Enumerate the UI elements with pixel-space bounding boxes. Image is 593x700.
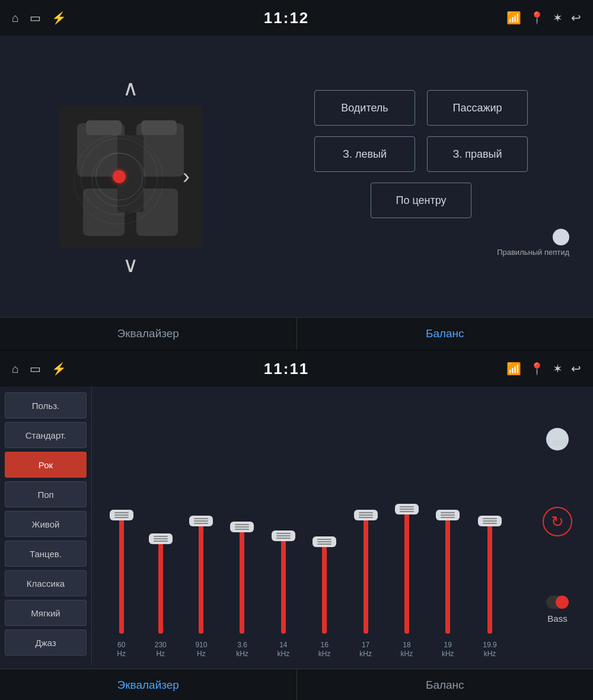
clock-top: 11:12 bbox=[264, 9, 310, 27]
preset-classic[interactable]: Классика bbox=[5, 570, 87, 596]
slider-wrapper-7[interactable] bbox=[404, 481, 409, 634]
bottom-btn-row: По центру bbox=[371, 183, 471, 218]
preset-user[interactable]: Польз. bbox=[5, 392, 87, 418]
rear-left-button[interactable]: З. левый bbox=[314, 136, 415, 172]
slider-thumb-7[interactable] bbox=[395, 504, 419, 514]
slider-track-7 bbox=[404, 509, 409, 634]
home-icon[interactable]: ⌂ bbox=[12, 11, 19, 25]
seat-buttons-section: Водитель Пассажир З. левый З. правый По … bbox=[267, 47, 575, 305]
slider-wrapper-9[interactable] bbox=[487, 481, 492, 634]
cast-icon[interactable]: 📶 bbox=[506, 11, 521, 25]
slider-track-8 bbox=[445, 515, 450, 634]
slider-thumb-0[interactable] bbox=[110, 510, 133, 520]
rear-right-button[interactable]: З. правый bbox=[427, 136, 528, 172]
screen-icon-2[interactable]: ▭ bbox=[30, 362, 41, 376]
loud-group: Loud bbox=[546, 428, 569, 448]
preset-rock[interactable]: Рок bbox=[5, 452, 87, 478]
reset-button[interactable]: ↻ bbox=[543, 507, 572, 536]
preset-standard[interactable]: Стандарт. bbox=[5, 422, 87, 448]
slider-thumb-5[interactable] bbox=[313, 536, 336, 547]
driver-button[interactable]: Водитель bbox=[314, 90, 415, 126]
eq-band-6: 17 kHz bbox=[359, 481, 372, 659]
freq-label-9: 19.9 kHz bbox=[483, 641, 496, 659]
freq-label-0: 60 Hz bbox=[117, 641, 126, 659]
balance-area: ∧ ‹ bbox=[0, 36, 593, 317]
tab-balance-top[interactable]: Баланс bbox=[297, 318, 594, 350]
eq-content: Польз.Стандарт.РокПопЖивойТанцев.Классик… bbox=[0, 386, 593, 665]
arrow-up-button[interactable]: ∧ bbox=[123, 76, 138, 101]
svg-rect-7 bbox=[141, 120, 177, 135]
balance-panel: ⌂ ▭ ⚡ 11:12 📶 📍 ✶ ↩ ∧ ‹ bbox=[0, 0, 593, 350]
freq-label-2: 910 Hz bbox=[195, 641, 207, 659]
bass-toggle[interactable] bbox=[546, 596, 569, 609]
slider-thumb-3[interactable] bbox=[230, 522, 254, 532]
tab-equalizer-top[interactable]: Эквалайзер bbox=[0, 318, 297, 350]
slider-wrapper-4[interactable] bbox=[281, 481, 286, 634]
passenger-button[interactable]: Пассажир bbox=[427, 90, 528, 126]
preset-pop[interactable]: Поп bbox=[5, 481, 87, 507]
slider-wrapper-0[interactable] bbox=[119, 481, 124, 634]
top-tab-bar: Эквалайзер Баланс bbox=[0, 317, 593, 350]
slider-thumb-9[interactable] bbox=[478, 516, 502, 526]
preset-live[interactable]: Живой bbox=[5, 511, 87, 537]
bluetooth-icon[interactable]: ✶ bbox=[553, 11, 563, 25]
preset-jazz[interactable]: Джаз bbox=[5, 629, 87, 656]
bottom-status-right: 📶 📍 ✶ ↩ bbox=[506, 362, 581, 376]
slider-wrapper-3[interactable] bbox=[240, 481, 244, 634]
location-icon-2[interactable]: 📍 bbox=[530, 362, 544, 376]
bottom-status-bar: ⌂ ▭ ⚡ 11:11 📶 📍 ✶ ↩ bbox=[0, 351, 593, 386]
eq-band-5: 16 kHz bbox=[318, 481, 331, 659]
top-status-bar: ⌂ ▭ ⚡ 11:12 📶 📍 ✶ ↩ bbox=[0, 0, 593, 36]
slider-track-9 bbox=[487, 521, 492, 634]
bluetooth-icon-2[interactable]: ✶ bbox=[553, 362, 563, 376]
usb-icon[interactable]: ⚡ bbox=[52, 11, 66, 25]
slider-wrapper-1[interactable] bbox=[158, 481, 163, 634]
slider-thumb-2[interactable] bbox=[189, 516, 213, 526]
balance-dot[interactable] bbox=[113, 170, 126, 183]
preset-soft[interactable]: Мягкий bbox=[5, 600, 87, 626]
center-button[interactable]: По центру bbox=[371, 183, 471, 218]
screen-icon[interactable]: ▭ bbox=[30, 11, 41, 25]
freq-label-5: 16 kHz bbox=[318, 641, 331, 659]
eq-band-3: 3.6 kHz bbox=[236, 481, 248, 659]
slider-thumb-4[interactable] bbox=[272, 530, 295, 541]
eq-band-4: 14 kHz bbox=[278, 481, 290, 659]
eq-band-0: 60 Hz bbox=[117, 481, 126, 659]
eq-right-controls: Loud ↻ Bass bbox=[522, 386, 593, 665]
tab-balance-bottom[interactable]: Баланс bbox=[297, 669, 594, 700]
bottom-tab-bar: Эквалайзер Баланс bbox=[0, 669, 593, 700]
slider-track-1 bbox=[158, 539, 163, 634]
slider-thumb-8[interactable] bbox=[436, 510, 460, 520]
location-icon[interactable]: 📍 bbox=[530, 11, 544, 25]
bottom-status-left: ⌂ ▭ ⚡ bbox=[12, 362, 66, 376]
eq-band-9: 19.9 kHz bbox=[483, 481, 496, 659]
slider-wrapper-5[interactable] bbox=[322, 481, 327, 634]
back-icon-2[interactable]: ↩ bbox=[571, 362, 581, 376]
slider-track-0 bbox=[119, 515, 124, 634]
arrow-right-button[interactable]: › bbox=[183, 164, 190, 189]
eq-band-7: 18 kHz bbox=[401, 481, 413, 659]
car-interior-image[interactable] bbox=[59, 106, 202, 248]
usb-icon-2[interactable]: ⚡ bbox=[52, 362, 66, 376]
eq-sliders-container: 60 Hz230 Hz910 Hz3.6 kHz14 kHz16 kHz17 k… bbox=[98, 395, 516, 659]
eq-band-1: 230 Hz bbox=[155, 481, 167, 659]
bass-group: Bass bbox=[546, 596, 569, 624]
tab-equalizer-bottom[interactable]: Эквалайзер bbox=[0, 669, 297, 700]
back-icon[interactable]: ↩ bbox=[571, 11, 581, 25]
arrow-down-button[interactable]: ∨ bbox=[123, 252, 138, 277]
loud-label: Loud bbox=[547, 437, 567, 448]
freq-label-6: 17 kHz bbox=[359, 641, 372, 659]
toggle-circle[interactable] bbox=[553, 229, 569, 245]
equalizer-panel: ⌂ ▭ ⚡ 11:11 📶 📍 ✶ ↩ Польз.Стандарт.РокПо… bbox=[0, 351, 593, 700]
slider-wrapper-2[interactable] bbox=[199, 481, 203, 634]
preset-dance[interactable]: Танцев. bbox=[5, 541, 87, 567]
toggle-area: Правильный пептид bbox=[497, 229, 569, 257]
slider-track-4 bbox=[281, 536, 286, 634]
slider-wrapper-6[interactable] bbox=[364, 481, 368, 634]
home-icon-2[interactable]: ⌂ bbox=[12, 362, 19, 376]
freq-label-7: 18 kHz bbox=[401, 641, 413, 659]
slider-wrapper-8[interactable] bbox=[445, 481, 450, 634]
cast-icon-2[interactable]: 📶 bbox=[506, 362, 521, 376]
slider-thumb-1[interactable] bbox=[149, 533, 173, 544]
slider-thumb-6[interactable] bbox=[354, 510, 378, 520]
